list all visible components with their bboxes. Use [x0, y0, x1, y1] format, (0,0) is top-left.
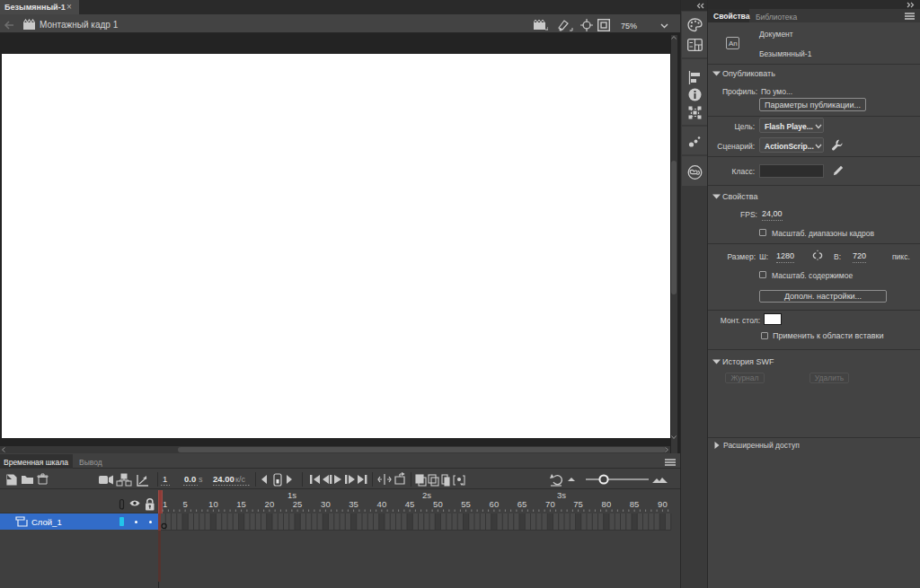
svg-text:1: 1 [163, 474, 167, 484]
svg-text:85: 85 [630, 499, 640, 509]
svg-text:2s: 2s [422, 490, 431, 500]
svg-text:45: 45 [405, 499, 415, 509]
svg-text:50: 50 [433, 499, 443, 509]
svg-text:75: 75 [573, 499, 583, 509]
svg-text:15: 15 [236, 499, 246, 509]
svg-text:3s: 3s [557, 490, 566, 500]
svg-text:10: 10 [208, 499, 218, 509]
svg-text:90: 90 [658, 499, 668, 509]
svg-text:70: 70 [545, 499, 555, 509]
svg-text:5: 5 [182, 499, 187, 509]
svg-text:к/с: к/с [235, 475, 245, 484]
svg-text:40: 40 [377, 499, 387, 509]
svg-text:60: 60 [490, 499, 500, 509]
svg-text:s: s [199, 475, 203, 484]
svg-text:65: 65 [518, 499, 527, 509]
svg-text:35: 35 [349, 499, 358, 509]
svg-text:24.00: 24.00 [213, 474, 234, 484]
svg-text:1s: 1s [288, 490, 296, 500]
svg-text:0.0: 0.0 [184, 474, 196, 484]
svg-text:55: 55 [461, 499, 471, 509]
svg-text:80: 80 [602, 499, 612, 509]
svg-text:30: 30 [321, 499, 331, 509]
svg-text:1: 1 [163, 499, 167, 509]
svg-text:20: 20 [265, 499, 275, 509]
svg-text:25: 25 [293, 499, 303, 509]
